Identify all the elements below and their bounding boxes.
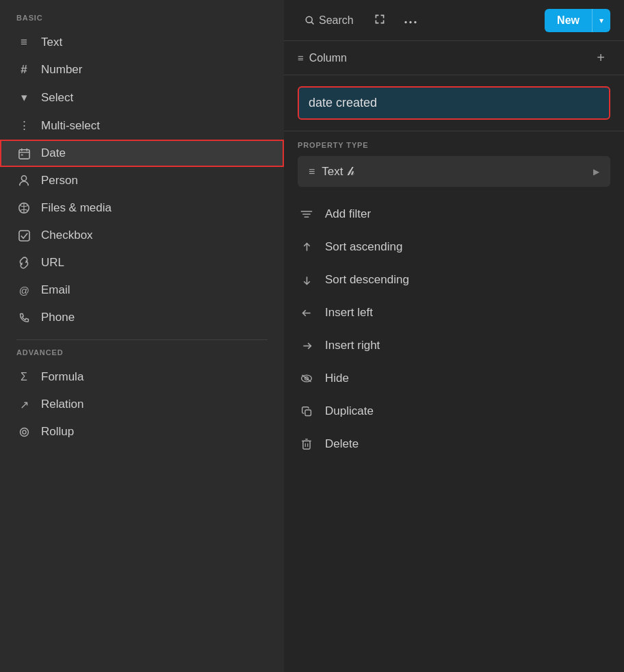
menu-item-relation-label: Relation	[41, 398, 83, 411]
delete-icon	[298, 439, 315, 450]
svg-point-15	[414, 21, 416, 23]
url-icon	[16, 257, 31, 269]
left-panel: BASIC ≡ Text # Number ▾ Select ⋮ Multi-s…	[0, 0, 284, 672]
duplicate-icon	[298, 406, 315, 417]
formula-icon: Σ	[16, 371, 31, 383]
menu-item-number[interactable]: # Number	[0, 56, 284, 83]
field-input-wrapper	[284, 75, 624, 131]
rollup-icon	[16, 426, 31, 438]
svg-rect-8	[18, 230, 29, 240]
files-media-icon	[16, 202, 31, 214]
action-hide-label: Hide	[325, 372, 349, 385]
menu-item-rollup[interactable]: Rollup	[0, 418, 284, 445]
menu-item-checkbox[interactable]: Checkbox	[0, 222, 284, 249]
new-button-group: New ▾	[545, 9, 610, 32]
hide-icon	[298, 374, 315, 383]
menu-item-multi-select[interactable]: ⋮ Multi-select	[0, 112, 284, 140]
actions-list: Add filter Sort ascending	[284, 192, 624, 466]
svg-rect-27	[303, 441, 310, 449]
action-insert-right[interactable]: Insert right	[284, 329, 624, 362]
property-type-text: Text 𝒽	[322, 164, 593, 179]
menu-item-email[interactable]: @ Email	[0, 276, 284, 304]
new-button[interactable]: New	[545, 9, 592, 32]
cursor-indicator: 𝒽	[348, 164, 354, 179]
multi-select-icon: ⋮	[16, 118, 31, 133]
svg-rect-26	[304, 409, 311, 415]
svg-point-11	[306, 16, 312, 23]
menu-item-files-media-label: Files & media	[41, 201, 112, 215]
action-duplicate-label: Duplicate	[325, 404, 374, 418]
menu-item-person[interactable]: Person	[0, 167, 284, 194]
menu-item-formula[interactable]: Σ Formula	[0, 363, 284, 391]
property-type-arrow: ▶	[593, 167, 599, 177]
menu-item-text-label: Text	[41, 36, 62, 49]
relation-icon: ↗	[16, 398, 31, 411]
expand-button[interactable]	[369, 10, 391, 31]
person-icon	[16, 175, 31, 187]
action-sort-ascending-label: Sort ascending	[325, 240, 402, 254]
section-label-basic: BASIC	[0, 14, 284, 29]
menu-item-url-label: URL	[41, 256, 64, 270]
search-button[interactable]: Search	[298, 10, 361, 31]
property-type-section: PROPERTY TYPE ≡ Text 𝒽 ▶	[284, 131, 624, 192]
more-button[interactable]	[399, 10, 422, 31]
sort-ascending-icon	[298, 242, 315, 253]
section-divider	[16, 339, 268, 340]
search-icon	[304, 15, 315, 25]
menu-item-date[interactable]: Date	[0, 140, 284, 167]
menu-item-number-label: Number	[41, 63, 82, 77]
add-column-button[interactable]: +	[591, 47, 610, 68]
svg-point-9	[20, 428, 28, 436]
menu-item-select[interactable]: ▾ Select	[0, 83, 284, 112]
phone-icon	[16, 312, 31, 324]
property-type-row[interactable]: ≡ Text 𝒽 ▶	[298, 156, 610, 187]
action-delete[interactable]: Delete	[284, 428, 624, 461]
menu-item-url[interactable]: URL	[0, 249, 284, 276]
action-sort-descending-label: Sort descending	[325, 273, 409, 287]
column-label: Column	[309, 52, 586, 64]
menu-item-files-media[interactable]: Files & media	[0, 194, 284, 222]
text-icon: ≡	[16, 36, 31, 49]
svg-line-12	[311, 22, 313, 24]
menu-item-phone[interactable]: Phone	[0, 304, 284, 331]
column-icon: ≡	[298, 52, 304, 64]
insert-right-icon	[298, 340, 315, 352]
insert-left-icon	[298, 307, 315, 319]
menu-item-person-label: Person	[41, 174, 78, 188]
menu-item-formula-label: Formula	[41, 370, 83, 384]
top-bar: Search New ▾	[284, 0, 624, 41]
search-label: Search	[319, 14, 354, 27]
more-icon	[404, 21, 417, 24]
select-icon: ▾	[16, 90, 31, 105]
number-icon: #	[16, 63, 31, 77]
right-panel: Search New ▾	[284, 0, 624, 672]
action-insert-left[interactable]: Insert left	[284, 296, 624, 329]
date-icon	[16, 147, 31, 160]
menu-item-multi-select-label: Multi-select	[41, 119, 100, 133]
svg-point-10	[22, 430, 25, 433]
section-label-advanced: ADVANCED	[0, 348, 284, 363]
expand-icon	[374, 14, 385, 25]
property-type-icon: ≡	[309, 166, 315, 178]
menu-item-phone-label: Phone	[41, 311, 75, 324]
menu-item-relation[interactable]: ↗ Relation	[0, 391, 284, 418]
property-type-label: PROPERTY TYPE	[298, 141, 610, 149]
action-delete-label: Delete	[325, 437, 359, 451]
email-icon: @	[16, 285, 31, 296]
sort-descending-icon	[298, 274, 315, 286]
action-add-filter[interactable]: Add filter	[284, 198, 624, 231]
menu-item-text[interactable]: ≡ Text	[0, 29, 284, 56]
action-sort-ascending[interactable]: Sort ascending	[284, 231, 624, 263]
main-container: BASIC ≡ Text # Number ▾ Select ⋮ Multi-s…	[0, 0, 624, 672]
new-dropdown-chevron: ▾	[599, 16, 603, 25]
menu-item-checkbox-label: Checkbox	[41, 229, 93, 242]
menu-item-date-label: Date	[41, 146, 66, 160]
action-sort-descending[interactable]: Sort descending	[284, 263, 624, 296]
action-insert-right-label: Insert right	[325, 339, 380, 352]
action-duplicate[interactable]: Duplicate	[284, 395, 624, 428]
add-filter-icon	[298, 209, 315, 219]
menu-item-email-label: Email	[41, 283, 70, 297]
new-dropdown-button[interactable]: ▾	[592, 9, 610, 32]
field-name-input[interactable]	[298, 86, 610, 120]
action-hide[interactable]: Hide	[284, 362, 624, 395]
